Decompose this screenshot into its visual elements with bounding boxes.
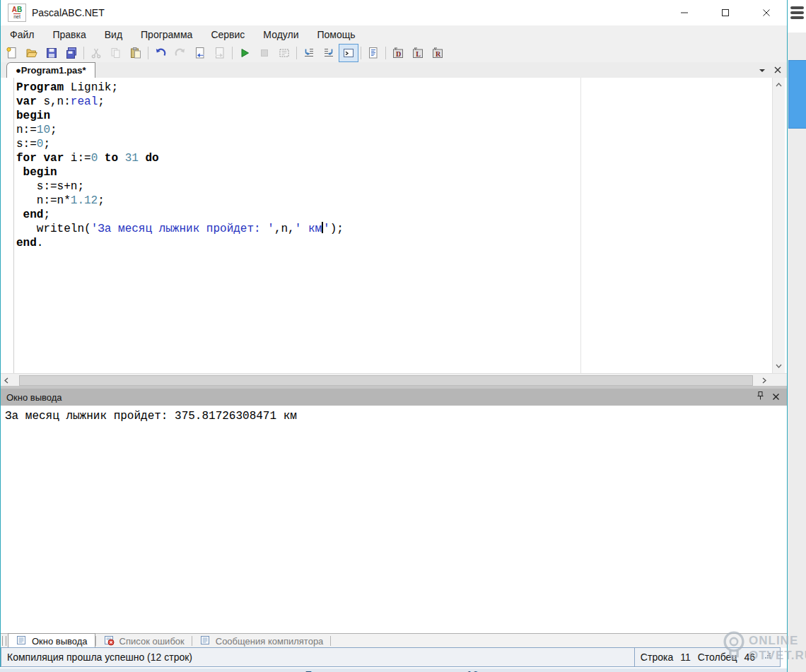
editor-vertical-scrollbar[interactable]: [772, 78, 785, 373]
code-line[interactable]: begin: [16, 165, 344, 179]
menu-service[interactable]: Сервис: [202, 25, 254, 44]
close-icon: [774, 66, 781, 73]
code-line[interactable]: end.: [16, 236, 344, 250]
cut-button[interactable]: [86, 44, 106, 62]
app-logo-icon: AB net: [8, 4, 26, 22]
open-file-button[interactable]: [22, 44, 42, 62]
code-line[interactable]: for var i:=0 to 31 do: [16, 151, 344, 165]
stop-icon: [258, 47, 271, 59]
svg-text:L: L: [416, 50, 421, 58]
toolbar-separator: [296, 47, 297, 59]
browser-scrollbar-area: [787, 0, 806, 672]
code-text: Program Lignik;var s,n:real;beginn:=10;s…: [16, 81, 344, 250]
resize-grip[interactable]: [762, 652, 774, 662]
code-line[interactable]: s:=0;: [16, 137, 344, 151]
indent-icon: [303, 47, 315, 59]
menu-program[interactable]: Программа: [132, 25, 202, 44]
menu-view[interactable]: Вид: [95, 25, 132, 44]
cut-icon: [90, 47, 103, 59]
close-output-button[interactable]: [772, 391, 780, 403]
goto-prev-button[interactable]: [190, 44, 210, 62]
panel-splitter-mark: [2, 636, 6, 646]
output-window-title: Окно вывода: [6, 392, 62, 403]
scroll-up-button[interactable]: [773, 79, 785, 90]
run-button[interactable]: [235, 44, 255, 62]
code-line[interactable]: Program Lignik;: [16, 81, 344, 95]
format-code-button[interactable]: [363, 44, 383, 62]
goto-next-button[interactable]: [210, 44, 230, 62]
open-file-icon: [25, 47, 38, 59]
redo-button[interactable]: [170, 44, 190, 62]
menu-edit[interactable]: Правка: [43, 25, 95, 44]
compile-button[interactable]: [274, 44, 294, 62]
outdent-button[interactable]: [319, 44, 339, 62]
bottom-tab-error-list[interactable]: Список ошибок: [96, 634, 192, 648]
save-button[interactable]: [42, 44, 62, 62]
bottom-tab-compiler-messages[interactable]: Сообщения компилятора: [192, 634, 331, 648]
console-toggle-icon: [342, 47, 355, 59]
window-title: PascalABC.NET: [32, 7, 105, 18]
svg-text:R: R: [436, 50, 441, 58]
stop-button[interactable]: [255, 44, 274, 62]
toolbar-separator: [148, 47, 148, 59]
tab-program1[interactable]: ●Program1.pas*: [6, 62, 95, 78]
scroll-right-button[interactable]: [759, 374, 770, 387]
compile-status-message: Компиляция прошла успешно (12 строк): [7, 652, 634, 663]
horizontal-scroll-thumb[interactable]: [19, 375, 753, 386]
chevron-right-icon: [762, 377, 766, 384]
scroll-left-button[interactable]: [1, 374, 12, 387]
code-line[interactable]: s:=s+n;: [16, 179, 344, 194]
console-toggle-button[interactable]: [339, 44, 358, 62]
toolbar: DLR: [1, 44, 787, 63]
output-tab-icon: [16, 635, 28, 647]
minimize-icon: [680, 8, 689, 17]
auto-hide-pin-button[interactable]: [756, 391, 765, 403]
code-line[interactable]: n:=n*1.12;: [16, 194, 344, 208]
paste-button[interactable]: [126, 44, 146, 62]
copy-button[interactable]: [106, 44, 126, 62]
indent-button[interactable]: [299, 44, 319, 62]
bottom-tab-bar: Окно выводаСписок ошибокСообщения компил…: [1, 633, 787, 648]
code-line[interactable]: var s,n:real;: [16, 95, 344, 109]
new-file-button[interactable]: [2, 44, 22, 62]
dock-d-button[interactable]: D: [388, 44, 408, 62]
menu-file[interactable]: Файл: [1, 25, 43, 44]
maximize-icon: [721, 8, 730, 17]
menu-bar: ФайлПравкаВидПрограммаСервисМодулиПомощь: [1, 25, 787, 45]
code-line[interactable]: writeln('За месяц лыжник пройдет: ',n,' …: [16, 222, 344, 236]
scroll-down-button[interactable]: [773, 360, 785, 372]
close-tab-button[interactable]: [774, 64, 781, 76]
dock-r-icon: R: [431, 47, 444, 59]
code-editor[interactable]: Program Lignik;var s,n:real;beginn:=10;s…: [1, 78, 787, 373]
dock-l-icon: L: [411, 47, 424, 59]
column-label: Столбец: [698, 652, 737, 663]
editor-horizontal-scrollbar[interactable]: [1, 373, 787, 387]
toolbar-separator: [83, 47, 84, 59]
code-line[interactable]: end;: [16, 208, 344, 222]
bottom-tab-output[interactable]: Окно вывода: [8, 633, 95, 648]
maximize-button[interactable]: [705, 0, 746, 25]
menu-modules[interactable]: Модули: [254, 25, 308, 44]
browser-scroll-thumb[interactable]: [788, 60, 806, 129]
dock-l-button[interactable]: L: [408, 44, 428, 62]
code-line[interactable]: begin: [16, 109, 344, 123]
tab-list-dropdown-button[interactable]: [759, 64, 766, 76]
code-line[interactable]: n:=10;: [16, 123, 344, 137]
pin-icon: [756, 391, 765, 401]
line-label: Строка: [641, 652, 673, 663]
close-icon: [772, 393, 780, 401]
caret-position-panel: Строка 11 Столбец 46: [634, 648, 780, 666]
minimize-button[interactable]: [664, 0, 705, 25]
undo-button[interactable]: [151, 44, 170, 62]
svg-text:D: D: [396, 50, 401, 58]
chevron-up-icon: [776, 83, 782, 87]
save-all-button[interactable]: [62, 44, 81, 62]
output-window-header: Окно вывода: [1, 389, 787, 406]
toolbar-separator: [232, 47, 233, 59]
dock-r-button[interactable]: R: [428, 44, 448, 62]
close-button[interactable]: [746, 0, 787, 25]
undo-icon: [154, 47, 167, 59]
compile-icon: [278, 47, 291, 59]
menu-help[interactable]: Помощь: [308, 25, 365, 44]
hamburger-menu-icon[interactable]: [790, 6, 804, 21]
